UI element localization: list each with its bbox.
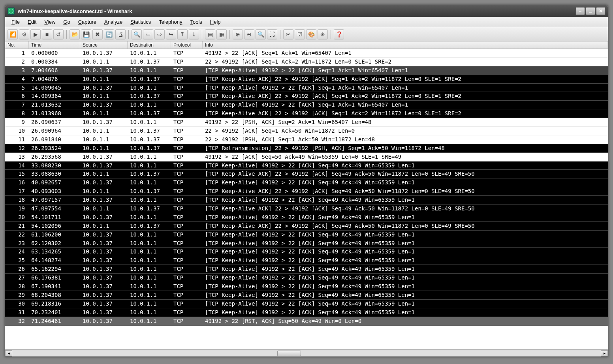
interfaces-icon[interactable]: 📶 <box>8 29 18 39</box>
cell-proto: TCP <box>171 118 203 126</box>
packet-row[interactable]: 1433.08823010.0.1.3710.0.1.1TCP[TCP Keep… <box>5 161 608 170</box>
cell-no: 26 <box>5 265 29 273</box>
stop-capture-icon[interactable]: ■ <box>42 29 52 39</box>
packet-row[interactable]: 37.00460610.0.1.3710.0.1.1TCP[TCP Keep-A… <box>5 66 608 75</box>
packet-row[interactable]: 2362.12030210.0.1.3710.0.1.1TCP[TCP Keep… <box>5 239 608 248</box>
preferences-icon[interactable]: ✳ <box>318 29 328 39</box>
col-header-no[interactable]: No. <box>5 41 29 49</box>
minimize-button[interactable]: – <box>575 7 585 15</box>
cell-no: 23 <box>5 239 29 248</box>
zoom-reset-icon[interactable]: 🔍 <box>256 29 266 39</box>
col-header-protocol[interactable]: Protocol <box>171 41 203 49</box>
scroll-track[interactable] <box>12 350 601 356</box>
packet-list-header[interactable]: No. Time Source Destination Protocol Inf… <box>5 41 608 49</box>
cell-info: [TCP Keep-Alive] 49192 > 22 [ACK] Seq=1 … <box>203 66 608 75</box>
go-back-icon[interactable]: ⇦ <box>143 29 153 39</box>
cell-time: 68.204308 <box>29 291 80 299</box>
packet-row[interactable]: 1026.09096410.0.1.110.0.1.37TCP22 > 4919… <box>5 127 608 135</box>
coloring-rules-icon[interactable]: 🎨 <box>306 29 316 39</box>
go-first-icon[interactable]: ⤒ <box>177 29 188 39</box>
menu-tools[interactable]: Tools <box>186 18 206 26</box>
cell-no: 25 <box>5 256 29 265</box>
close-file-icon[interactable]: ✖ <box>92 29 103 39</box>
menu-view[interactable]: View <box>40 18 59 26</box>
restart-capture-icon[interactable]: ↺ <box>53 29 64 39</box>
save-file-icon[interactable]: 💾 <box>81 29 91 39</box>
col-header-time[interactable]: Time <box>29 41 80 49</box>
packet-row[interactable]: 3271.24646110.0.1.3710.0.1.1TCP49192 > 2… <box>5 317 608 326</box>
cell-src: 10.0.1.37 <box>80 265 128 273</box>
packet-row[interactable]: 2665.16229410.0.1.3710.0.1.1TCP[TCP Keep… <box>5 265 608 274</box>
packet-row[interactable]: 1226.29352410.0.1.110.0.1.37TCP[TCP Retr… <box>5 144 608 153</box>
find-icon[interactable]: 🔍 <box>132 29 142 39</box>
cell-info: [TCP Keep-Alive] 49192 > 22 [ACK] Seq=49… <box>203 231 608 239</box>
menu-telephony[interactable]: Telephony <box>155 18 186 26</box>
capture-options-icon[interactable]: ⚙ <box>19 29 29 39</box>
display-filters-icon[interactable]: ☑ <box>295 29 305 39</box>
col-header-destination[interactable]: Destination <box>128 41 171 49</box>
packet-row[interactable]: 2968.20430810.0.1.3710.0.1.1TCP[TCP Keep… <box>5 291 608 300</box>
packet-row[interactable]: 2463.13426510.0.1.3710.0.1.1TCP[TCP Keep… <box>5 248 608 256</box>
go-to-icon[interactable]: ↪ <box>166 29 176 39</box>
packet-row[interactable]: 1326.29356810.0.1.3710.0.1.1TCP49192 > 2… <box>5 153 608 161</box>
start-capture-icon[interactable]: ▶ <box>30 29 41 39</box>
cell-src: 10.0.1.37 <box>80 291 128 299</box>
col-header-info[interactable]: Info <box>203 41 608 49</box>
packet-row[interactable]: 2054.10171110.0.1.3710.0.1.1TCP[TCP Keep… <box>5 213 608 222</box>
close-button[interactable]: ✕ <box>596 7 605 15</box>
packet-row[interactable]: 2766.17638110.0.1.3710.0.1.1TCP[TCP Keep… <box>5 274 608 282</box>
menu-edit[interactable]: Edit <box>24 18 40 26</box>
scroll-left-icon[interactable]: ◂ <box>5 350 12 356</box>
packet-row[interactable]: 2154.10209610.0.1.110.0.1.37TCP[TCP Keep… <box>5 222 608 231</box>
packet-row[interactable]: 821.01396810.0.1.110.0.1.37TCP[TCP Keep-… <box>5 109 608 118</box>
packet-row[interactable]: 3069.21831610.0.1.3710.0.1.1TCP[TCP Keep… <box>5 300 608 308</box>
packet-row[interactable]: 1947.09755410.0.1.110.0.1.37TCP[TCP Keep… <box>5 205 608 213</box>
packet-row[interactable]: 1533.08863010.0.1.110.0.1.37TCP[TCP Keep… <box>5 170 608 178</box>
packet-row[interactable]: 47.00487610.0.1.110.0.1.37TCP[TCP Keep-A… <box>5 75 608 84</box>
packet-row[interactable]: 721.01363210.0.1.3710.0.1.1TCP[TCP Keep-… <box>5 101 608 109</box>
menu-go[interactable]: Go <box>59 18 74 26</box>
zoom-out-icon[interactable]: ⊖ <box>244 29 254 39</box>
packet-row[interactable]: 1740.09300310.0.1.110.0.1.37TCP[TCP Keep… <box>5 187 608 196</box>
packet-row[interactable]: 3170.23240110.0.1.3710.0.1.1TCP[TCP Keep… <box>5 308 608 317</box>
packet-row[interactable]: 10.00000010.0.1.3710.0.1.1TCP49192 > 22 … <box>5 49 608 58</box>
packet-row[interactable]: 2867.19034110.0.1.3710.0.1.1TCP[TCP Keep… <box>5 282 608 291</box>
packet-row[interactable]: 614.00936410.0.1.110.0.1.37TCP[TCP Keep-… <box>5 92 608 101</box>
titlebar[interactable]: win7-linux-keepalive-disconnect.td - Wir… <box>5 5 608 17</box>
packet-row[interactable]: 2261.10620010.0.1.3710.0.1.1TCP[TCP Keep… <box>5 231 608 239</box>
maximize-button[interactable]: □ <box>586 7 595 15</box>
auto-scroll-icon[interactable]: ▦ <box>216 29 227 39</box>
menu-statistics[interactable]: Statistics <box>126 18 155 26</box>
packet-row[interactable]: 514.00904510.0.1.3710.0.1.1TCP[TCP Keep-… <box>5 84 608 92</box>
cell-time: 40.093003 <box>29 187 80 195</box>
menu-analyze[interactable]: Analyze <box>100 18 126 26</box>
menu-capture[interactable]: Capture <box>74 18 100 26</box>
cell-src: 10.0.1.37 <box>80 231 128 239</box>
wireshark-window: win7-linux-keepalive-disconnect.td - Wir… <box>5 5 608 357</box>
packet-row[interactable]: 926.09063710.0.1.3710.0.1.1TCP49192 > 22… <box>5 118 608 127</box>
print-icon[interactable]: 🖨 <box>115 29 126 39</box>
help-icon[interactable]: ❓ <box>334 29 344 39</box>
packet-row[interactable]: 2564.14827410.0.1.3710.0.1.1TCP[TCP Keep… <box>5 256 608 265</box>
col-header-source[interactable]: Source <box>80 41 128 49</box>
packet-row[interactable]: 1847.09715710.0.1.3710.0.1.1TCP[TCP Keep… <box>5 196 608 205</box>
cell-no: 18 <box>5 196 29 204</box>
packet-row[interactable]: 1126.09184010.0.1.110.0.1.37TCP22 > 4919… <box>5 135 608 144</box>
zoom-in-icon[interactable]: ⊕ <box>233 29 243 39</box>
capture-filters-icon[interactable]: ✂ <box>283 29 293 39</box>
reload-icon[interactable]: 🔄 <box>104 29 114 39</box>
cell-no: 16 <box>5 178 29 187</box>
menu-help[interactable]: Help <box>206 18 225 26</box>
open-file-icon[interactable]: 📂 <box>70 29 80 39</box>
resize-columns-icon[interactable]: ⛶ <box>267 29 277 39</box>
packet-row[interactable]: 1640.09265710.0.1.3710.0.1.1TCP[TCP Keep… <box>5 178 608 187</box>
packet-row[interactable]: 20.00038410.0.1.110.0.1.37TCP22 > 49192 … <box>5 58 608 66</box>
scroll-right-icon[interactable]: ▸ <box>601 350 608 356</box>
scroll-thumb[interactable] <box>277 351 301 356</box>
colorize-icon[interactable]: ▤ <box>205 29 215 39</box>
menu-file[interactable]: File <box>8 18 24 26</box>
horizontal-scrollbar[interactable]: ◂ ▸ <box>5 349 608 356</box>
go-forward-icon[interactable]: ⇨ <box>154 29 165 39</box>
go-last-icon[interactable]: ⤓ <box>189 29 199 39</box>
packet-list-pane[interactable]: No. Time Source Destination Protocol Inf… <box>5 41 608 349</box>
